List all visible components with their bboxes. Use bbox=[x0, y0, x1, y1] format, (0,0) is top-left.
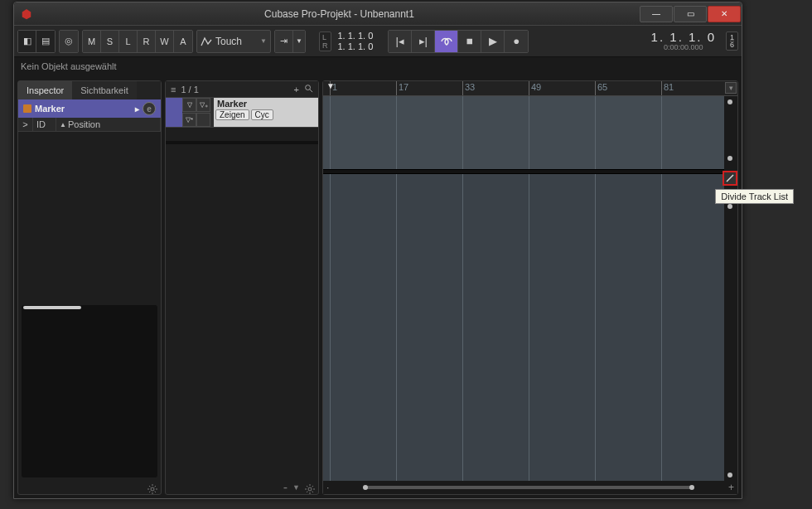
expand-collapse-button[interactable]: > bbox=[18, 118, 33, 131]
timeline-ruler[interactable]: ▼ 1 17 33 49 65 81 ▾ bbox=[323, 81, 737, 96]
track-count: 1 / 1 bbox=[181, 85, 288, 95]
track-name[interactable]: Marker bbox=[214, 98, 318, 109]
rack-toggle-button[interactable]: ▤ bbox=[36, 31, 55, 52]
maximize-button[interactable]: ▭ bbox=[674, 6, 707, 22]
minimize-button[interactable]: — bbox=[640, 6, 673, 22]
right-locator-time[interactable]: 1. 1. 1. 0 bbox=[338, 41, 374, 52]
ruler-options-button[interactable]: ▾ bbox=[725, 82, 737, 94]
locator-times[interactable]: 1. 1. 1. 0 1. 1. 1. 0 bbox=[333, 31, 379, 52]
main-area: Inspector Sichtbarkeit Marker ▸ e > ID ▲… bbox=[14, 77, 742, 498]
inspector-scrollbar[interactable] bbox=[22, 305, 157, 478]
track-mini-buttons: ▽ ▽₊ ▽* bbox=[182, 98, 214, 127]
tracklist-footer: - ▼ bbox=[166, 481, 318, 494]
ruler-tick: 65 bbox=[595, 81, 661, 95]
arrange-panel: ▼ 1 17 33 49 65 81 ▾ bbox=[322, 80, 738, 495]
left-locator-time[interactable]: 1. 1. 1. 0 bbox=[338, 31, 374, 41]
stop-button[interactable]: ■ bbox=[458, 31, 481, 52]
ruler-tick: 81 bbox=[661, 81, 727, 95]
automation-mode-label: Touch bbox=[215, 36, 242, 47]
inspector-panel: Inspector Sichtbarkeit Marker ▸ e > ID ▲… bbox=[17, 80, 162, 495]
secondary-time[interactable]: 0:00:00.000 bbox=[664, 43, 703, 51]
primary-time[interactable]: 1. 1. 1. 0 bbox=[651, 31, 716, 43]
track-add-cycle-icon[interactable]: ▽* bbox=[182, 113, 196, 127]
autoscroll-button[interactable]: ⇥ bbox=[275, 31, 293, 52]
event-grid[interactable] bbox=[323, 96, 724, 481]
activity-indicator: ◎ bbox=[59, 30, 79, 53]
app-window: Cubase Pro-Projekt - Unbenannt1 — ▭ ✕ ◧ … bbox=[13, 2, 742, 499]
marker-track-row[interactable]: ▽ ▽₊ ▽* Marker Zeigen Cyc bbox=[166, 98, 318, 128]
titlebar[interactable]: Cubase Pro-Projekt - Unbenannt1 — ▭ ✕ bbox=[14, 2, 742, 26]
add-track-button[interactable]: + bbox=[294, 85, 299, 95]
tracklist-splitter[interactable] bbox=[323, 169, 724, 174]
zoom-in-button[interactable]: + bbox=[725, 482, 737, 493]
scroll-handle-bottom-2[interactable] bbox=[727, 473, 732, 477]
time-format-selector[interactable]: 1 6 bbox=[726, 32, 738, 51]
close-button[interactable]: ✕ bbox=[708, 6, 741, 22]
autoscroll-group: ⇥ ▼ bbox=[274, 30, 306, 53]
track-color-strip[interactable] bbox=[166, 98, 182, 127]
right-locator-letter: R bbox=[322, 41, 328, 50]
gear-icon[interactable] bbox=[305, 482, 315, 492]
search-tracks-button[interactable] bbox=[304, 84, 313, 95]
read-button[interactable]: R bbox=[138, 31, 156, 52]
chevron-down-icon: ▼ bbox=[260, 37, 267, 45]
selection-status: Kein Objekt ausgewählt bbox=[21, 61, 117, 71]
info-line: Kein Objekt ausgewählt bbox=[14, 57, 742, 77]
scroll-handle-top-2[interactable] bbox=[727, 204, 732, 209]
expand-arrow-icon[interactable]: ▸ bbox=[135, 104, 139, 114]
vertical-scrollbar[interactable] bbox=[724, 96, 737, 481]
locator-labels: L R bbox=[319, 32, 331, 51]
left-locator-letter: L bbox=[322, 33, 328, 41]
track-color-swatch[interactable] bbox=[23, 104, 31, 113]
listen-button[interactable]: L bbox=[119, 31, 138, 52]
inspector-body bbox=[18, 132, 161, 305]
next-button[interactable]: ▸| bbox=[412, 31, 435, 52]
svg-point-3 bbox=[308, 487, 312, 491]
svg-line-2 bbox=[310, 90, 312, 92]
ruler-tick: 17 bbox=[396, 81, 462, 95]
gear-icon[interactable] bbox=[147, 482, 157, 492]
divide-tracklist-button[interactable] bbox=[723, 171, 737, 186]
write-button[interactable]: W bbox=[156, 31, 174, 52]
mute-button[interactable]: M bbox=[83, 31, 101, 52]
scroll-handle-bottom[interactable] bbox=[727, 156, 732, 161]
automation-icon bbox=[201, 36, 212, 47]
loop-button[interactable] bbox=[435, 31, 458, 52]
horizontal-scrollbar[interactable] bbox=[365, 486, 692, 489]
ruler-tick: 1 bbox=[330, 81, 396, 95]
tracklist-body bbox=[166, 144, 318, 481]
prev-button[interactable]: |◂ bbox=[389, 31, 412, 52]
automation-mode-select[interactable]: Touch ▼ bbox=[196, 30, 271, 53]
play-button[interactable]: ▶ bbox=[481, 31, 505, 52]
solo-button[interactable]: S bbox=[101, 31, 119, 52]
inspector-toggle-button[interactable]: ◧ bbox=[18, 31, 36, 52]
chevron-down-icon[interactable]: ▼ bbox=[292, 483, 300, 492]
tab-inspector[interactable]: Inspector bbox=[18, 81, 72, 99]
cycle-markers-button[interactable]: Cyc bbox=[251, 109, 273, 120]
a-button[interactable]: A bbox=[174, 31, 192, 52]
view-toggle-group: ◧ ▤ bbox=[17, 30, 56, 53]
inspector-track-header[interactable]: Marker ▸ e bbox=[18, 99, 161, 118]
show-markers-button[interactable]: Zeigen bbox=[215, 109, 249, 120]
minus-button[interactable]: - bbox=[283, 480, 288, 495]
autoscroll-menu-button[interactable]: ▼ bbox=[293, 31, 305, 52]
svg-line-4 bbox=[727, 175, 733, 182]
tracklist-header: ≡ 1 / 1 + bbox=[166, 81, 318, 98]
svg-point-1 bbox=[306, 85, 311, 90]
edit-channel-icon[interactable]: e bbox=[143, 102, 156, 115]
record-button[interactable]: ● bbox=[505, 31, 528, 52]
column-position[interactable]: ▲ Position bbox=[56, 118, 161, 131]
horizontal-scrollbar-area: · + bbox=[323, 481, 737, 494]
scroll-handle-top[interactable] bbox=[727, 99, 732, 104]
primary-time-display[interactable]: 1. 1. 1. 0 0:00:00.000 bbox=[645, 31, 723, 51]
track-filter-icon[interactable]: ▽ bbox=[182, 98, 196, 112]
column-id[interactable]: ID bbox=[33, 118, 56, 131]
upper-track-area[interactable] bbox=[323, 96, 724, 169]
track-add-marker-icon[interactable]: ▽₊ bbox=[196, 98, 210, 112]
inspector-track-name: Marker bbox=[35, 104, 65, 114]
window-controls: — ▭ ✕ bbox=[640, 6, 742, 22]
zoom-out-button[interactable]: · bbox=[323, 482, 332, 493]
tab-visibility[interactable]: Sichtbarkeit bbox=[72, 81, 136, 99]
hamburger-icon[interactable]: ≡ bbox=[171, 85, 176, 95]
playhead-icon[interactable]: ▼ bbox=[326, 81, 335, 90]
